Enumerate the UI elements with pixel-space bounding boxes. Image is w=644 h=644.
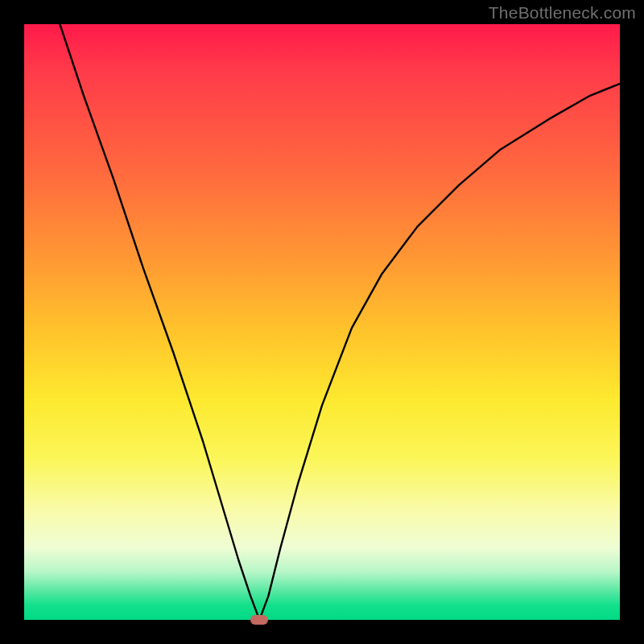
plot-area (24, 24, 620, 620)
bottleneck-curve (24, 24, 620, 620)
chart-frame: TheBottleneck.com (0, 0, 644, 644)
watermark-text: TheBottleneck.com (489, 3, 636, 23)
minimum-marker (250, 615, 268, 625)
